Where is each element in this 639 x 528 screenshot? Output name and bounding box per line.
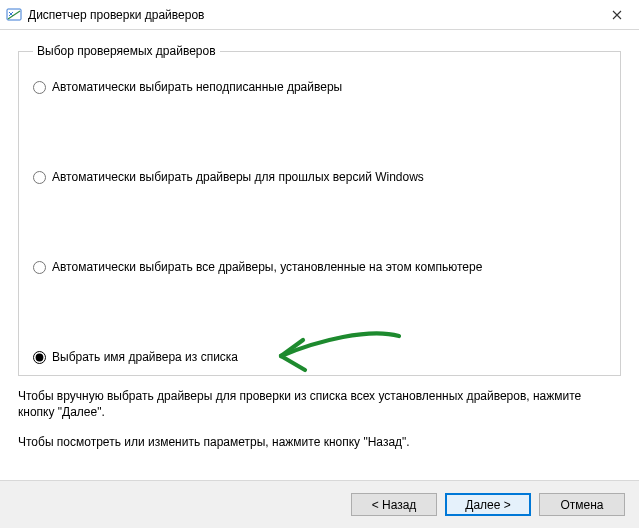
radio-option-unsigned[interactable]: Автоматически выбирать неподписанные дра… [33,80,342,94]
back-button[interactable]: < Назад [351,493,437,516]
radio-fromlist-input[interactable] [33,351,46,364]
driver-selection-group: Выбор проверяемых драйверов Автоматическ… [18,44,621,376]
radio-fromlist-label[interactable]: Выбрать имя драйвера из списка [52,350,238,364]
close-button[interactable] [594,0,639,29]
cancel-button[interactable]: Отмена [539,493,625,516]
help-text: Чтобы вручную выбрать драйверы для прове… [18,388,621,451]
radio-unsigned-input[interactable] [33,81,46,94]
group-legend: Выбор проверяемых драйверов [33,44,220,58]
content-area: Выбор проверяемых драйверов Автоматическ… [0,30,639,480]
button-bar: < Назад Далее > Отмена [0,480,639,528]
radio-oldwin-input[interactable] [33,171,46,184]
help-paragraph-1: Чтобы вручную выбрать драйверы для прове… [18,388,621,420]
radio-oldwin-label[interactable]: Автоматически выбирать драйверы для прош… [52,170,424,184]
hand-drawn-arrow-annotation [269,322,409,382]
radio-all-input[interactable] [33,261,46,274]
radio-option-fromlist[interactable]: Выбрать имя драйвера из списка [33,350,238,364]
radio-all-label[interactable]: Автоматически выбирать все драйверы, уст… [52,260,482,274]
help-paragraph-2: Чтобы посмотреть или изменить параметры,… [18,434,621,450]
radio-option-oldwin[interactable]: Автоматически выбирать драйверы для прош… [33,170,424,184]
next-button[interactable]: Далее > [445,493,531,516]
titlebar: Диспетчер проверки драйверов [0,0,639,30]
app-icon [6,7,22,23]
radio-option-all[interactable]: Автоматически выбирать все драйверы, уст… [33,260,482,274]
window-title: Диспетчер проверки драйверов [28,8,594,22]
radio-unsigned-label[interactable]: Автоматически выбирать неподписанные дра… [52,80,342,94]
